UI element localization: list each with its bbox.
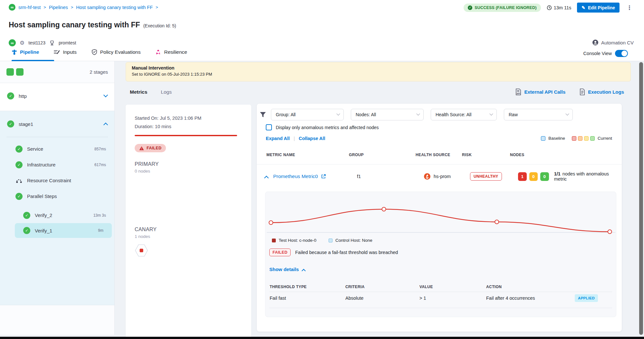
sidebar-step-parallel-steps[interactable]: ✓ Parallel Steps [0, 188, 114, 204]
risk-badge-unhealthy: UNHEALTHY [470, 172, 502, 181]
pipeline-icon [12, 49, 17, 55]
shield-check-icon [91, 49, 97, 55]
sidebar-step-resource-constraint[interactable]: Resource Constraint [0, 173, 114, 188]
manual-intervention-banner: Manual Intervention Set to IGNORE on 05-… [126, 62, 631, 81]
show-details-link[interactable]: Show details [269, 267, 305, 272]
tab-metrics[interactable]: Metrics [130, 89, 147, 95]
chevron-down-icon [565, 112, 569, 116]
stage-count: 2 stages [90, 69, 108, 75]
progress-bar-failed [135, 135, 237, 136]
execution-sidebar: 2 stages ✓ http ✓ stage1 ✓ Service 857ms… [0, 61, 115, 335]
breadcrumb-pipelines[interactable]: Pipelines [49, 5, 68, 10]
breadcrumb-separator: > [43, 5, 46, 10]
warning-triangle-icon [139, 146, 144, 150]
window-bottom-edge [0, 337, 644, 339]
console-view-toggle[interactable] [615, 50, 628, 57]
divider [269, 292, 612, 292]
metric-chart [267, 194, 615, 237]
metric-detail-panel: Test Host: c-node-0 Control Host: None F… [265, 192, 616, 317]
sidebar-step-verify-2[interactable]: ✓ Verify_2 13m 3s [0, 207, 114, 223]
success-check-icon: ✓ [7, 120, 14, 127]
sidebar-step-verify-1[interactable]: ✓ Verify_1 9m [15, 223, 112, 238]
test-host-swatch [272, 239, 276, 242]
chevron-up-icon [302, 269, 306, 273]
resource-constraint-icon [15, 177, 23, 184]
service-tag[interactable]: test1123 [28, 40, 45, 45]
expand-all-link[interactable]: Expand All [266, 136, 290, 141]
control-host-swatch [329, 239, 332, 242]
tab-pipeline[interactable]: Pipeline [12, 49, 39, 55]
duration: Duration: 10 mins [135, 124, 242, 129]
primary-node-count: 0 nodes [135, 169, 242, 174]
data-type-dropdown[interactable]: Raw [504, 109, 573, 120]
inputs-icon [54, 49, 60, 55]
api-document-icon: API [515, 89, 521, 95]
canary-node-hexagon[interactable] [135, 244, 148, 257]
user-chip: Automation CV [592, 39, 634, 46]
value-cell: > 1 [419, 296, 486, 301]
stage-status-square [6, 68, 14, 76]
chevron-down-icon [103, 93, 108, 97]
threshold-table-row: Fail fast Absolute > 1 Fail after 4 occu… [270, 296, 611, 301]
nodes-filter-dropdown[interactable]: Nodes: All [351, 109, 424, 120]
more-options-menu[interactable]: ⋮ [625, 4, 634, 11]
group-filter-dropdown[interactable]: Group: All [271, 109, 344, 120]
environment-tag[interactable]: promtest [59, 40, 76, 45]
sidebar-step-infrastructure[interactable]: ✓ Infrastructure 617ms [0, 157, 114, 173]
yellow-node-count-badge: 0 [529, 172, 538, 181]
divider [6, 137, 108, 137]
breadcrumb-separator: > [71, 5, 73, 10]
chevron-down-icon [416, 112, 420, 116]
tab-logs[interactable]: Logs [161, 89, 172, 95]
edit-pipeline-button[interactable]: ✎ Edit Pipeline [577, 3, 620, 13]
baseline-swatch [541, 136, 545, 141]
status-badge: ✓ SUCCESS (FAILURE IGNORED) [464, 4, 541, 12]
tab-resilience[interactable]: Resilience [155, 49, 187, 55]
vertical-scrollbar[interactable] [639, 62, 643, 335]
document-icon [580, 89, 585, 95]
health-source-name: hs-prom [434, 174, 451, 179]
anomalous-only-checkbox[interactable] [266, 124, 272, 130]
sidebar-step-service[interactable]: ✓ Service 857ms [0, 141, 114, 157]
test-host-legend: Test Host: c-node-0 [272, 238, 316, 243]
red-node-count-badge: 1 [518, 172, 527, 181]
execution-logs-link[interactable]: Execution Logs [580, 89, 624, 95]
clock-icon [547, 5, 552, 10]
divider [269, 308, 612, 308]
avatar-icon [592, 39, 599, 46]
current-orange-swatch [578, 136, 582, 141]
sidebar-stage-http[interactable]: ✓ http [0, 83, 114, 109]
svg-text:API: API [517, 92, 520, 95]
module-icon: ∞ [9, 39, 16, 46]
control-host-legend: Control Host: None [329, 238, 372, 243]
current-green-swatch [590, 136, 595, 141]
external-link-icon[interactable] [321, 174, 326, 179]
success-check-icon: ✓ [7, 92, 14, 99]
harness-project-icon: ∞ [9, 4, 15, 11]
resilience-icon [155, 49, 161, 55]
console-view-label: Console View [583, 51, 612, 56]
current-yellow-swatch [584, 136, 589, 141]
banner-subtitle: Set to IGNORE on 05-Jul-2023 1:15:23 PM [132, 72, 625, 77]
node-risk-badges: 1 0 0 1/1nodes with anomalous metric [518, 171, 622, 182]
success-check-icon: ✓ [23, 212, 30, 219]
threshold-table-header: THRESHOLD TYPE CRITERIA VALUE ACTION [270, 285, 611, 289]
tab-inputs[interactable]: Inputs [54, 49, 76, 55]
page-header: ∞ srm-hf-test > Pipelines > Host samplin… [0, 0, 644, 61]
filter-funnel-icon[interactable] [259, 111, 266, 118]
collapse-row-chevron-icon[interactable] [264, 176, 269, 180]
tab-policy-evaluations[interactable]: Policy Evaluations [91, 49, 141, 55]
sidebar-stage-stage1[interactable]: ✓ stage1 [0, 111, 114, 137]
anomalous-only-label: Display only anomalous metrics and affec… [276, 125, 379, 130]
breadcrumb-project[interactable]: srm-hf-test [18, 5, 41, 10]
stages-summary: 2 stages [0, 61, 114, 83]
verification-summary-panel: Started On: Jul 5, 2023 1:06 PM Duration… [126, 105, 251, 337]
metrics-card: Group: All Nodes: All Health Source: All… [257, 104, 622, 332]
metric-name-link[interactable]: Prometheus Metric0 [273, 174, 318, 179]
collapse-all-link[interactable]: Collapse All [299, 136, 325, 141]
external-api-calls-link[interactable]: API External API Calls [515, 89, 565, 95]
breadcrumb-pipeline-name[interactable]: Host sampling canary testing with FF [76, 5, 153, 10]
pencil-icon: ✎ [582, 5, 585, 10]
health-source-filter-dropdown[interactable]: Health Source: All [431, 109, 497, 120]
applied-badge: APPLIED [575, 294, 598, 302]
